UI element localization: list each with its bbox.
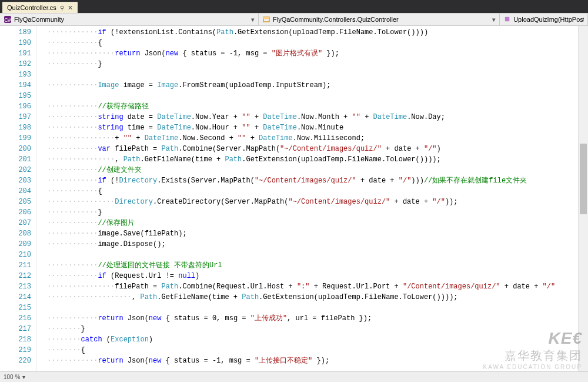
nav-project[interactable]: C# FlyQaCommunity ▾ bbox=[0, 14, 259, 25]
active-tab[interactable]: QuizController.cs ⚲ ✕ bbox=[2, 2, 78, 13]
svg-text:C#: C# bbox=[4, 17, 11, 23]
code-editor[interactable]: 1891901911921931941951961971981992002012… bbox=[0, 26, 588, 371]
class-icon bbox=[262, 15, 270, 24]
line-number: 194 bbox=[0, 80, 31, 91]
code-line[interactable]: ················return Json(new { status… bbox=[47, 48, 578, 59]
code-line[interactable]: ············} bbox=[47, 59, 578, 69]
svg-rect-3 bbox=[263, 17, 269, 19]
code-line[interactable]: ············{ bbox=[47, 186, 578, 197]
status-bar: 100 % ▾ bbox=[0, 371, 588, 382]
nav-project-label: FlyQaCommunity bbox=[14, 16, 64, 23]
code-line[interactable]: ············Image image = Image.FromStre… bbox=[47, 80, 578, 91]
code-line[interactable]: ················, Path.GetFileName(time … bbox=[47, 154, 578, 165]
code-line[interactable]: ············if (Request.Url != null) bbox=[47, 271, 578, 281]
code-line[interactable]: ············//保存图片 bbox=[47, 218, 578, 228]
code-line[interactable] bbox=[47, 69, 578, 80]
close-icon[interactable]: ✕ bbox=[68, 4, 73, 12]
line-number: 220 bbox=[0, 356, 31, 366]
line-number: 218 bbox=[0, 334, 31, 345]
code-line[interactable]: ················filePath = Path.Combine(… bbox=[47, 281, 578, 292]
code-line[interactable]: ············{ bbox=[47, 38, 578, 48]
line-number: 196 bbox=[0, 101, 31, 112]
nav-method[interactable]: UploadQuizImg(HttpPoste bbox=[500, 14, 588, 25]
line-number: 214 bbox=[0, 292, 31, 303]
zoom-level[interactable]: 100 % bbox=[4, 374, 20, 380]
csharp-icon: C# bbox=[4, 15, 12, 24]
pin-icon[interactable]: ⚲ bbox=[60, 5, 64, 11]
line-number: 210 bbox=[0, 250, 31, 260]
code-line[interactable]: ············return Json(new { status = -… bbox=[47, 356, 578, 366]
code-line[interactable]: ····················, Path.GetFileName(t… bbox=[47, 292, 578, 303]
code-line[interactable]: ············if (!Directory.Exists(Server… bbox=[47, 175, 578, 186]
code-line[interactable]: ············image.Dispose(); bbox=[47, 239, 578, 250]
line-number: 200 bbox=[0, 144, 31, 154]
nav-method-label: UploadQuizImg(HttpPoste bbox=[513, 16, 584, 23]
line-number-gutter: 1891901911921931941951961971981992002012… bbox=[0, 26, 36, 371]
nav-class-label: FlyQaCommunity.Controllers.QuizControlle… bbox=[273, 16, 399, 23]
line-number: 199 bbox=[0, 133, 31, 144]
line-number: 217 bbox=[0, 324, 31, 334]
svg-rect-4 bbox=[505, 17, 510, 22]
nav-class[interactable]: FlyQaCommunity.Controllers.QuizControlle… bbox=[259, 14, 500, 25]
line-number: 193 bbox=[0, 69, 31, 80]
line-number: 202 bbox=[0, 165, 31, 175]
line-number: 197 bbox=[0, 112, 31, 122]
code-line[interactable]: ········} bbox=[47, 324, 578, 334]
line-number: 216 bbox=[0, 313, 31, 324]
line-number: 215 bbox=[0, 303, 31, 313]
zoom-dropdown-icon[interactable]: ▾ bbox=[22, 374, 25, 380]
line-number: 203 bbox=[0, 175, 31, 186]
code-line[interactable]: ················+ "" + DateTime.Now.Seco… bbox=[47, 133, 578, 144]
line-number: 198 bbox=[0, 122, 31, 133]
line-number: 211 bbox=[0, 260, 31, 271]
scrollbar-thumb[interactable] bbox=[580, 144, 587, 214]
code-line[interactable]: ············//创建文件夹 bbox=[47, 165, 578, 175]
vertical-scrollbar[interactable] bbox=[578, 26, 588, 371]
code-line[interactable]: ········catch (Exception) bbox=[47, 334, 578, 345]
outline-margin bbox=[36, 26, 47, 371]
code-line[interactable] bbox=[47, 91, 578, 101]
code-line[interactable]: ············//处理返回的文件链接 不带盘符的Url bbox=[47, 260, 578, 271]
code-line[interactable]: ············return Json(new { status = 0… bbox=[47, 313, 578, 324]
line-number: 195 bbox=[0, 91, 31, 101]
code-line[interactable]: ············if (!extensionList.Contains(… bbox=[47, 27, 578, 38]
code-line[interactable]: ············string time = DateTime.Now.H… bbox=[47, 122, 578, 133]
line-number: 201 bbox=[0, 154, 31, 165]
line-number: 209 bbox=[0, 239, 31, 250]
line-number: 207 bbox=[0, 218, 31, 228]
chevron-down-icon[interactable]: ▾ bbox=[251, 16, 255, 24]
code-line[interactable]: ············string date = DateTime.Now.Y… bbox=[47, 112, 578, 122]
line-number: 204 bbox=[0, 186, 31, 197]
line-number: 212 bbox=[0, 271, 31, 281]
code-line[interactable]: ········{ bbox=[47, 345, 578, 356]
line-number: 219 bbox=[0, 345, 31, 356]
line-number: 191 bbox=[0, 48, 31, 59]
code-line[interactable] bbox=[47, 250, 578, 260]
line-number: 192 bbox=[0, 59, 31, 69]
line-number: 206 bbox=[0, 207, 31, 218]
code-line[interactable]: ············//获得存储路径 bbox=[47, 101, 578, 112]
code-line[interactable]: ············var filePath = Path.Combine(… bbox=[47, 144, 578, 154]
code-area[interactable]: ············if (!extensionList.Contains(… bbox=[47, 26, 578, 371]
method-icon bbox=[503, 15, 511, 24]
tab-bar: QuizController.cs ⚲ ✕ bbox=[0, 0, 588, 13]
code-line[interactable]: ············} bbox=[47, 207, 578, 218]
line-number: 213 bbox=[0, 281, 31, 292]
code-line[interactable]: ············image.Save(filePath); bbox=[47, 228, 578, 239]
line-number: 189 bbox=[0, 27, 31, 38]
tab-filename: QuizController.cs bbox=[7, 4, 56, 11]
line-number: 205 bbox=[0, 197, 31, 207]
line-number: 190 bbox=[0, 38, 31, 48]
code-line[interactable] bbox=[47, 303, 578, 313]
navigation-bar: C# FlyQaCommunity ▾ FlyQaCommunity.Contr… bbox=[0, 13, 588, 26]
chevron-down-icon[interactable]: ▾ bbox=[492, 16, 496, 24]
line-number: 208 bbox=[0, 228, 31, 239]
code-line[interactable]: ················Directory.CreateDirector… bbox=[47, 197, 578, 207]
